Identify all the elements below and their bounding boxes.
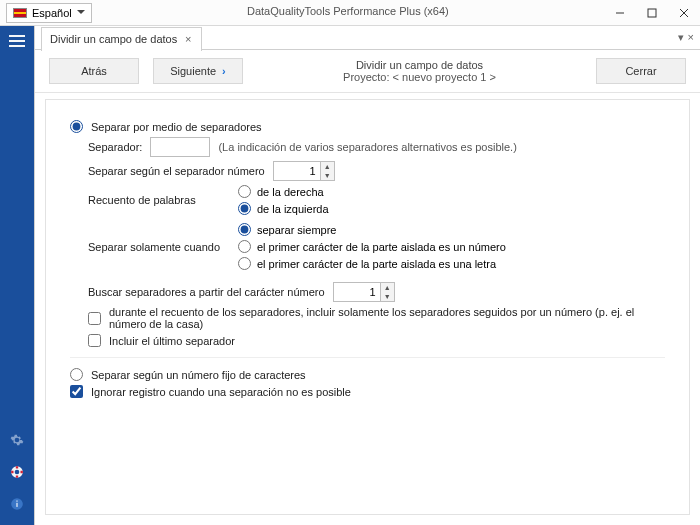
radio-wc-right[interactable] — [238, 185, 251, 198]
chevron-right-icon: › — [222, 65, 226, 77]
toolbar: Atrás Siguiente › Dividir un campo de da… — [35, 50, 700, 93]
radio-onlywhen-firstnum[interactable] — [238, 240, 251, 253]
hint-separator: (La indicación de varios separadores alt… — [218, 141, 516, 153]
tabstrip: Dividir un campo de datos × ▾ × — [35, 26, 700, 50]
label-mode-separators: Separar por medio de separadores — [91, 121, 262, 133]
label-mode-fixed: Separar según un número fijo de caracter… — [91, 369, 306, 381]
language-dropdown[interactable]: Español — [6, 3, 92, 23]
lifebuoy-icon[interactable] — [8, 463, 26, 481]
close-button[interactable]: Cerrar — [596, 58, 686, 84]
flag-es-icon — [13, 8, 27, 18]
menu-icon[interactable] — [8, 32, 26, 50]
form-panel: Separar por medio de separadores Separad… — [45, 99, 690, 515]
spin-up-icon[interactable]: ▲ — [381, 283, 394, 292]
info-icon[interactable] — [8, 495, 26, 513]
svg-rect-10 — [16, 503, 17, 507]
spin-up-icon[interactable]: ▲ — [321, 162, 334, 171]
maximize-button[interactable] — [636, 0, 668, 26]
svg-rect-1 — [648, 9, 656, 17]
page-header: Dividir un campo de datos Proyecto: < nu… — [257, 59, 582, 83]
gear-icon[interactable] — [8, 431, 26, 449]
svg-point-8 — [15, 470, 20, 475]
fromchar-value[interactable] — [334, 283, 380, 301]
label-sep-index: Separar según el separador número — [88, 165, 265, 177]
next-button[interactable]: Siguiente › — [153, 58, 243, 84]
label-onlywhen: Separar solamente cuando — [88, 241, 238, 253]
separator-input[interactable] — [150, 137, 210, 157]
sep-index-value[interactable] — [274, 162, 320, 180]
side-rail — [0, 26, 34, 525]
tab-close-icon[interactable]: × — [183, 33, 193, 45]
tab-close-all-icon[interactable]: × — [688, 31, 694, 44]
spin-down-icon[interactable]: ▼ — [381, 292, 394, 301]
chk-ignore[interactable] — [70, 385, 83, 398]
tab-label: Dividir un campo de datos — [50, 33, 177, 45]
divider — [70, 357, 665, 358]
label-followed-number: durante el recuento de los separadores, … — [109, 306, 665, 330]
language-label: Español — [32, 7, 72, 19]
tab-split-field[interactable]: Dividir un campo de datos × — [41, 27, 202, 51]
close-window-button[interactable] — [668, 0, 700, 26]
fromchar-spinner[interactable]: ▲▼ — [333, 282, 395, 302]
sep-index-spinner[interactable]: ▲▼ — [273, 161, 335, 181]
radio-mode-separators[interactable] — [70, 120, 83, 133]
label-include-last: Incluir el último separador — [109, 335, 235, 347]
titlebar: Español DataQualityTools Performance Plu… — [0, 0, 700, 26]
radio-wc-left[interactable] — [238, 202, 251, 215]
window-title: DataQualityTools Performance Plus (x64) — [92, 7, 604, 19]
svg-rect-11 — [16, 501, 17, 502]
label-separator: Separador: — [88, 141, 142, 153]
tab-menu-icon[interactable]: ▾ — [678, 31, 684, 44]
minimize-button[interactable] — [604, 0, 636, 26]
chevron-down-icon — [77, 10, 85, 18]
label-wordcount: Recuento de palabras — [88, 194, 238, 206]
radio-onlywhen-firstletter[interactable] — [238, 257, 251, 270]
spin-down-icon[interactable]: ▼ — [321, 171, 334, 180]
radio-mode-fixed[interactable] — [70, 368, 83, 381]
radio-onlywhen-always[interactable] — [238, 223, 251, 236]
back-button[interactable]: Atrás — [49, 58, 139, 84]
label-ignore: Ignorar registro cuando una separación n… — [91, 386, 351, 398]
chk-include-last[interactable] — [88, 334, 101, 347]
label-fromchar: Buscar separadores a partir del carácter… — [88, 286, 325, 298]
chk-followed-number[interactable] — [88, 312, 101, 325]
